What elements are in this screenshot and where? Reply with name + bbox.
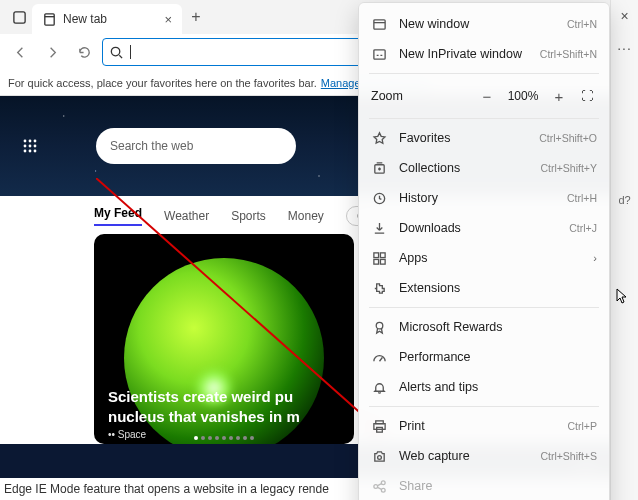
feed-tab-weather[interactable]: Weather (164, 209, 209, 223)
feed-tab-myfeed[interactable]: My Feed (94, 206, 142, 226)
news-card-source: •• Space (108, 429, 146, 440)
menu-print[interactable]: Print Ctrl+P (359, 411, 609, 441)
menu-new-inprivate[interactable]: New InPrivate window Ctrl+Shift+N (359, 39, 609, 69)
sidebar-hint: d? (611, 184, 638, 216)
capture-icon (371, 449, 387, 464)
svg-point-11 (34, 150, 37, 153)
zoom-in-button[interactable]: + (549, 88, 569, 105)
print-icon (371, 419, 387, 434)
waffle-icon (22, 138, 38, 154)
search-icon (109, 45, 124, 60)
apps-icon (371, 251, 387, 266)
history-icon (371, 191, 387, 206)
feed-tab-sports[interactable]: Sports (231, 209, 266, 223)
refresh-button[interactable] (70, 38, 98, 66)
performance-icon (371, 350, 387, 365)
menu-collections[interactable]: Collections Ctrl+Shift+Y (359, 153, 609, 183)
news-card-headline: Scientists create weird pu nucleus that … (108, 387, 340, 426)
svg-point-27 (373, 484, 377, 488)
svg-point-4 (29, 140, 32, 143)
extensions-icon (371, 281, 387, 296)
right-gutter: × ··· d? (610, 0, 638, 500)
menu-separator (369, 406, 599, 407)
tab-actions-icon[interactable] (6, 3, 32, 31)
svg-rect-1 (45, 13, 54, 24)
ntp-search-input[interactable]: Search the web (96, 128, 296, 164)
carousel-dots[interactable] (194, 436, 254, 440)
menu-new-window[interactable]: New window Ctrl+N (359, 9, 609, 39)
menu-history[interactable]: History Ctrl+H (359, 183, 609, 213)
tab-strip: New tab × + (0, 0, 210, 34)
app-launcher-icon[interactable] (14, 130, 46, 162)
news-card[interactable]: Scientists create weird pu nucleus that … (94, 234, 354, 444)
fullscreen-button[interactable]: ⛶ (577, 89, 597, 103)
svg-rect-21 (380, 259, 385, 264)
svg-point-7 (29, 145, 32, 148)
menu-separator (369, 307, 599, 308)
app-menu: New window Ctrl+N New InPrivate window C… (358, 2, 610, 500)
menu-zoom-row: Zoom − 100% + ⛶ (359, 78, 609, 114)
svg-rect-20 (373, 259, 378, 264)
menu-favorites[interactable]: Favorites Ctrl+Shift+O (359, 123, 609, 153)
svg-point-2 (111, 47, 119, 55)
zoom-out-button[interactable]: − (477, 88, 497, 105)
menu-share: Share (359, 471, 609, 500)
tab-title: New tab (63, 12, 107, 26)
more-menu-button[interactable]: ··· (611, 32, 638, 64)
window-icon (371, 17, 387, 32)
svg-point-9 (24, 150, 27, 153)
new-tab-button[interactable]: + (182, 8, 210, 26)
menu-separator (369, 118, 599, 119)
collections-icon (371, 161, 387, 176)
menu-extensions[interactable]: Extensions (359, 273, 609, 303)
footer-text: Edge IE Mode feature that opens a websit… (4, 482, 329, 496)
favorites-hint-text: For quick access, place your favorites h… (8, 77, 317, 89)
svg-point-8 (34, 145, 37, 148)
svg-point-26 (377, 455, 381, 459)
svg-rect-14 (373, 19, 384, 28)
svg-point-5 (34, 140, 37, 143)
menu-apps[interactable]: Apps › (359, 243, 609, 273)
mouse-cursor-icon (616, 288, 628, 307)
svg-rect-18 (373, 252, 378, 257)
tab-close-icon[interactable]: × (164, 12, 172, 27)
text-cursor (130, 45, 131, 59)
chevron-right-icon: › (593, 252, 597, 264)
zoom-value: 100% (505, 89, 541, 103)
svg-rect-19 (380, 252, 385, 257)
svg-point-28 (381, 480, 385, 484)
back-button[interactable] (6, 38, 34, 66)
menu-webcapture[interactable]: Web capture Ctrl+Shift+S (359, 441, 609, 471)
rewards-icon (371, 320, 387, 335)
svg-point-29 (381, 488, 385, 492)
feed-tab-money[interactable]: Money (288, 209, 324, 223)
svg-rect-15 (373, 49, 384, 58)
svg-point-3 (24, 140, 27, 143)
share-icon (371, 479, 387, 494)
inprivate-icon (371, 47, 387, 62)
window-close-button[interactable]: × (611, 0, 638, 32)
browser-tab[interactable]: New tab × (32, 4, 182, 34)
bell-icon (371, 380, 387, 395)
svg-rect-0 (13, 11, 24, 22)
star-icon (371, 131, 387, 146)
menu-downloads[interactable]: Downloads Ctrl+J (359, 213, 609, 243)
menu-alerts[interactable]: Alerts and tips (359, 372, 609, 402)
page-icon (42, 12, 57, 27)
svg-rect-24 (373, 423, 384, 429)
ntp-search-placeholder: Search the web (110, 139, 193, 153)
svg-point-10 (29, 150, 32, 153)
menu-rewards[interactable]: Microsoft Rewards (359, 312, 609, 342)
zoom-label: Zoom (371, 89, 469, 103)
tab-actions-svg (12, 10, 27, 25)
svg-point-6 (24, 145, 27, 148)
svg-point-22 (376, 322, 383, 329)
menu-performance[interactable]: Performance (359, 342, 609, 372)
menu-separator (369, 73, 599, 74)
forward-button[interactable] (38, 38, 66, 66)
download-icon (371, 221, 387, 236)
